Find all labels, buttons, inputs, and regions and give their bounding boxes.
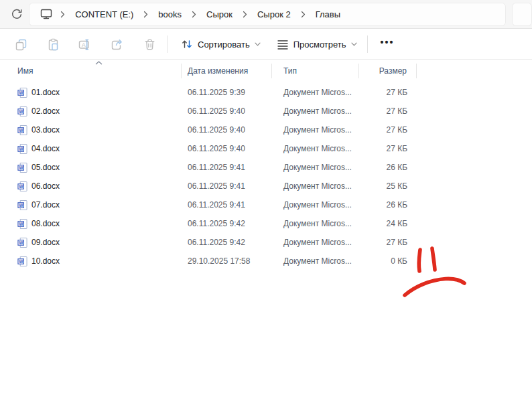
breadcrumb-item-syrok[interactable]: Сырок [200,6,239,23]
file-modified: 06.11.2025 9:42 [182,238,272,247]
file-type: Документ Micros... [272,144,359,153]
file-type: Документ Micros... [272,88,359,97]
file-type: Документ Micros... [272,125,359,135]
column-header-modified[interactable]: Дата изменения [182,64,272,78]
column-header-type[interactable]: Тип [272,64,359,78]
this-pc-icon [34,8,57,20]
svg-text:W: W [19,202,23,207]
breadcrumb-item-drive[interactable]: CONTENT (E:) [68,6,140,23]
toolbar-separator [367,35,368,53]
word-document-icon: W [17,238,27,248]
chevron-right-icon [297,11,309,18]
breadcrumb-item-syrok2[interactable]: Сырок 2 [251,6,297,23]
file-row[interactable]: W 03.docx 06.11.2025 9:40 Документ Micro… [0,121,532,139]
svg-text:A: A [82,41,86,48]
chevron-right-icon [188,11,200,18]
command-toolbar: A [0,29,532,60]
file-name-cell: W 10.docx [0,256,182,266]
word-document-icon: W [17,163,27,173]
file-name-cell: W 03.docx [0,125,182,135]
svg-text:W: W [19,108,23,113]
svg-text:W: W [19,183,23,188]
word-document-icon: W [17,144,27,154]
file-row[interactable]: W 04.docx 06.11.2025 9:40 Документ Micro… [0,139,532,158]
search-box[interactable] [512,3,532,26]
file-row[interactable]: W 07.docx 06.11.2025 9:41 Документ Micro… [0,195,532,214]
column-header-filler [417,64,532,78]
file-name: 03.docx [31,125,60,135]
file-name: 07.docx [31,200,60,210]
share-button[interactable] [103,33,132,56]
delete-button[interactable] [135,33,164,56]
file-name: 01.docx [31,88,60,97]
chevron-down-icon [351,42,357,46]
file-name: 10.docx [31,256,60,266]
see-more-button[interactable]: ••• [374,33,401,56]
file-name-cell: W 06.docx [0,181,182,191]
file-size: 27 КБ [359,238,417,247]
share-icon [111,38,124,51]
file-name-cell: W 09.docx [0,238,182,248]
file-list: W 01.docx 06.11.2025 9:39 Документ Micro… [0,83,532,270]
file-row[interactable]: W 05.docx 06.11.2025 9:41 Документ Micro… [0,158,532,177]
paste-button[interactable] [38,33,68,56]
file-row[interactable]: W 02.docx 06.11.2025 9:40 Документ Micro… [0,102,532,121]
file-size: 26 КБ [359,200,417,210]
refresh-button[interactable] [5,3,27,25]
sort-button[interactable]: Сортировать [174,33,267,56]
file-type: Документ Micros... [272,256,359,266]
sort-button-label: Сортировать [198,39,250,50]
word-document-icon: W [17,256,27,266]
file-name: 04.docx [31,144,60,153]
rename-icon: A [78,38,92,51]
file-modified: 06.11.2025 9:42 [182,219,272,228]
file-name-cell: W 01.docx [0,88,182,98]
file-name: 06.docx [31,181,60,191]
copy-button[interactable] [6,33,36,56]
column-header-size[interactable]: Размер [359,64,417,78]
file-name-cell: W 02.docx [0,106,182,116]
ellipsis-icon: ••• [381,37,395,52]
file-name: 09.docx [31,238,60,247]
file-modified: 06.11.2025 9:41 [182,200,272,210]
file-name-cell: W 04.docx [0,144,182,154]
chevron-down-icon [255,42,261,46]
refresh-icon [11,8,23,20]
file-explorer-window: CONTENT (E:) books Сырок Сырок 2 Главы [0,0,532,399]
file-type: Документ Micros... [272,106,359,116]
sort-ascending-caret-icon [95,61,103,65]
file-row[interactable]: W 06.docx 06.11.2025 9:41 Документ Micro… [0,177,532,195]
file-name: 05.docx [31,163,60,172]
file-name-cell: W 08.docx [0,219,182,229]
word-document-icon: W [17,88,27,98]
column-header-name[interactable]: Имя [0,64,182,78]
toolbar-separator [168,35,168,53]
view-button-label: Просмотреть [293,39,346,50]
file-size: 24 КБ [359,219,417,228]
rename-button[interactable]: A [70,33,100,56]
file-modified: 06.11.2025 9:40 [182,125,272,135]
file-row[interactable]: W 08.docx 06.11.2025 9:42 Документ Micro… [0,214,532,233]
svg-text:W: W [19,221,23,226]
word-document-icon: W [17,200,27,210]
breadcrumb-item-books[interactable]: books [151,6,188,23]
navigation-bar: CONTENT (E:) books Сырок Сырок 2 Главы [0,0,532,29]
view-button[interactable]: Просмотреть [270,33,364,56]
file-row[interactable]: W 01.docx 06.11.2025 9:39 Документ Micro… [0,83,532,102]
chevron-right-icon [57,11,68,18]
file-type: Документ Micros... [272,163,359,172]
svg-text:W: W [19,165,23,169]
file-type: Документ Micros... [272,238,359,247]
file-type: Документ Micros... [272,219,359,228]
file-modified: 06.11.2025 9:41 [182,181,272,191]
address-bar[interactable]: CONTENT (E:) books Сырок Сырок 2 Главы [29,3,506,26]
file-row[interactable]: W 10.docx 29.10.2025 17:58 Документ Micr… [0,252,532,270]
view-lines-icon [277,38,289,50]
file-type: Документ Micros... [272,181,359,191]
file-type: Документ Micros... [272,200,359,210]
breadcrumb-item-glavy[interactable]: Главы [309,6,347,23]
file-row[interactable]: W 09.docx 06.11.2025 9:42 Документ Micro… [0,233,532,252]
sort-arrows-icon [181,38,193,50]
copy-icon [15,38,27,51]
trash-icon [143,38,156,51]
